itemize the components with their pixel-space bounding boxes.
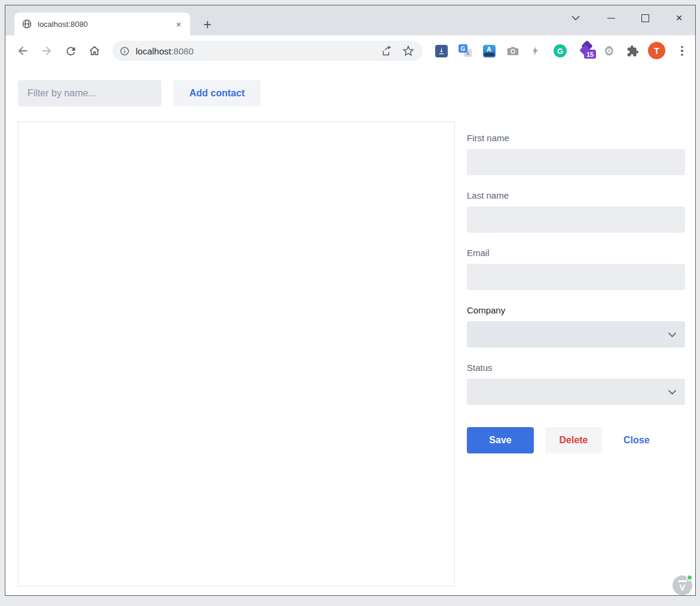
screenshot-canvas: localhost:8080 × + × <box>0 0 700 606</box>
bookmark-star-icon[interactable] <box>402 45 414 57</box>
tab-search-chevron-icon <box>571 16 580 20</box>
email-field[interactable] <box>467 264 685 290</box>
input-tool-extension-button[interactable]: A <box>482 44 496 58</box>
new-tab-icon: + <box>203 17 211 33</box>
company-select[interactable] <box>467 321 685 348</box>
gear-extension-icon <box>603 44 616 57</box>
select-chevron-icon <box>668 389 677 395</box>
filter-by-name-input[interactable] <box>18 80 161 106</box>
contact-form: First name Last name Email Company Statu… <box>467 133 685 453</box>
url-port: :8080 <box>171 46 194 56</box>
save-button[interactable]: Save <box>467 427 534 453</box>
grammarly-extension-button[interactable]: G <box>553 44 567 58</box>
email-label: Email <box>467 248 685 260</box>
translate-extension-button[interactable]: x G <box>458 44 472 58</box>
minimize-icon <box>607 18 615 19</box>
minimize-button[interactable] <box>599 8 623 28</box>
delete-button[interactable]: Delete <box>545 427 602 453</box>
tab-search-button[interactable] <box>564 8 588 28</box>
tab-globe-icon <box>22 19 32 29</box>
browser-toolbar: localhost:8080 x G A <box>5 35 695 67</box>
company-label: Company <box>467 305 685 317</box>
last-name-field[interactable] <box>467 206 685 233</box>
url-text[interactable]: localhost:8080 <box>136 46 381 56</box>
browser-menu-button[interactable] <box>678 44 686 57</box>
contacts-grid[interactable] <box>18 121 455 586</box>
home-icon <box>88 44 101 57</box>
tab-close-icon[interactable]: × <box>171 16 187 32</box>
tab-localhost[interactable]: localhost:8080 × <box>14 13 190 35</box>
menu-dots-icon <box>681 46 683 48</box>
devtools-status-dot <box>686 574 693 581</box>
input-tool-extension-icon: A <box>483 45 496 57</box>
gear-extension-button[interactable] <box>602 44 616 58</box>
forward-icon <box>40 44 53 57</box>
wappalyzer-extension-button[interactable]: 15 <box>580 44 594 58</box>
select-chevron-icon <box>668 332 677 337</box>
wappalyzer-extension-icon: 15 <box>580 43 594 59</box>
extensions-puzzle-button[interactable] <box>625 44 640 58</box>
browser-window: localhost:8080 × + × <box>5 5 696 596</box>
first-name-label: First name <box>467 133 685 145</box>
vaadin-devtools-button[interactable]: V <box>673 575 692 595</box>
vaadin-devtools-icon <box>678 580 687 582</box>
maximize-icon <box>641 14 649 22</box>
profile-avatar[interactable]: T <box>648 42 665 59</box>
status-select[interactable] <box>467 379 685 405</box>
lightning-extension-icon <box>530 44 541 57</box>
address-bar[interactable]: localhost:8080 <box>112 41 423 61</box>
window-close-icon: × <box>675 11 682 25</box>
status-label: Status <box>467 363 685 374</box>
reload-icon <box>65 45 77 57</box>
tab-strip: localhost:8080 × + × <box>5 5 695 35</box>
last-name-label: Last name <box>467 190 685 202</box>
camera-extension-icon <box>506 44 519 57</box>
download-extension-button[interactable] <box>434 44 448 58</box>
page-info-icon[interactable] <box>120 46 130 56</box>
window-close-button[interactable]: × <box>667 8 691 28</box>
camera-extension-button[interactable] <box>506 44 520 58</box>
grammarly-extension-icon: G <box>554 44 567 57</box>
back-icon <box>16 44 29 57</box>
extensions-puzzle-icon <box>626 45 639 57</box>
back-button[interactable] <box>16 44 29 57</box>
reload-button[interactable] <box>64 44 77 57</box>
form-buttons-row: Save Delete Close <box>467 427 685 453</box>
lightning-extension-button[interactable] <box>528 44 543 58</box>
tab-title: localhost:8080 <box>38 20 171 29</box>
home-button[interactable] <box>88 44 101 57</box>
translate-extension-icon: x G <box>458 44 472 57</box>
close-button[interactable]: Close <box>619 427 655 453</box>
app-page: Add contact First name Last name Email C… <box>5 66 695 595</box>
url-host: localhost <box>136 46 171 56</box>
new-tab-button[interactable]: + <box>198 16 216 34</box>
first-name-field[interactable] <box>467 149 685 175</box>
forward-button[interactable] <box>40 44 53 57</box>
maximize-button[interactable] <box>633 8 657 28</box>
add-contact-button[interactable]: Add contact <box>173 80 261 106</box>
download-extension-icon <box>435 45 448 57</box>
share-icon[interactable] <box>381 45 393 57</box>
